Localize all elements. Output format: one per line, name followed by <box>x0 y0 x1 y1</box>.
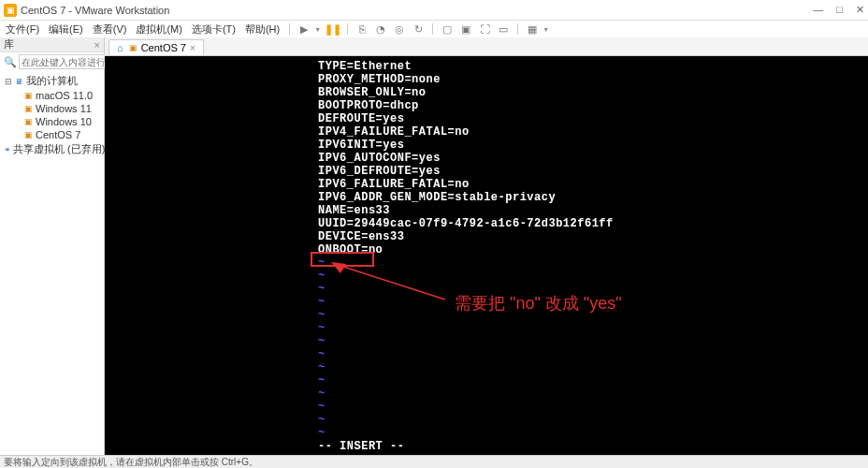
status-text: 要将输入定向到该虚拟机，请在虚拟机内部单击或按 Ctrl+G。 <box>4 456 258 469</box>
tree-label: macOS 11.0 <box>36 90 93 101</box>
separator <box>289 23 290 35</box>
menu-vm[interactable]: 虚拟机(M) <box>134 22 184 37</box>
maximize-button[interactable]: □ <box>836 4 843 16</box>
tree-vm-win11[interactable]: ▣Windows 11 <box>0 102 104 115</box>
tree-label: 我的计算机 <box>26 74 78 88</box>
fullscreen-icon[interactable]: ⛶ <box>478 22 491 36</box>
tab-bar: ⌂ ▣ CentOS 7 × <box>105 37 868 56</box>
annotation-text: 需要把 "no" 改成 "yes" <box>455 292 622 314</box>
sidebar-header: 库 × <box>0 37 104 52</box>
tab-label: CentOS 7 <box>141 42 186 53</box>
dropdown-caret-icon[interactable]: ▼ <box>542 26 549 33</box>
tree-my-computer[interactable]: ⊟🖥我的计算机 <box>0 73 104 89</box>
menu-tabs[interactable]: 选项卡(T) <box>190 22 238 37</box>
home-icon[interactable]: ⌂ <box>117 42 123 53</box>
vm-tab-icon: ▣ <box>129 43 137 52</box>
tree-label: Windows 10 <box>36 116 92 127</box>
multimon-icon[interactable]: ▭ <box>497 22 510 36</box>
window-title: CentOS 7 - VMware Workstation <box>21 5 813 16</box>
menu-view[interactable]: 查看(V) <box>91 22 129 37</box>
tree-label: CentOS 7 <box>36 129 80 140</box>
status-bar: 要将输入定向到该虚拟机，请在虚拟机内部单击或按 Ctrl+G。 <box>0 455 868 468</box>
separator <box>517 23 518 35</box>
separator <box>432 23 433 35</box>
snapshot-icon[interactable]: ◎ <box>393 22 406 36</box>
tree-label: 共享虚拟机 (已弃用) <box>13 142 105 156</box>
menu-toolbar: 文件(F) 编辑(E) 查看(V) 虚拟机(M) 选项卡(T) 帮助(H) ▶▼… <box>0 21 868 37</box>
app-icon: ▣ <box>4 4 17 17</box>
library-sidebar: 库 × 🔍 ▼ ⊟🖥我的计算机 ▣macOS 11.0 ▣Windows 11 … <box>0 37 105 455</box>
dropdown-caret-icon[interactable]: ▼ <box>314 26 321 33</box>
terminal-text: TYPE=EthernetPROXY_METHOD=noneBROWSER_ON… <box>105 60 614 453</box>
send-icon[interactable]: ⎘ <box>355 22 369 36</box>
tree-vm-centos[interactable]: ▣CentOS 7 <box>0 128 104 141</box>
tab-centos[interactable]: ⌂ ▣ CentOS 7 × <box>108 39 204 55</box>
tree-vm-win10[interactable]: ▣Windows 10 <box>0 115 104 128</box>
sidebar-title: 库 <box>4 37 14 51</box>
clock-icon[interactable]: ◔ <box>374 22 387 36</box>
window-titlebar: ▣ CentOS 7 - VMware Workstation — □ ✕ <box>0 0 868 21</box>
tree-shared-vms[interactable]: ⚭共享虚拟机 (已弃用) <box>0 141 104 157</box>
menu-edit[interactable]: 编辑(E) <box>47 22 85 37</box>
settings-icon[interactable]: ↻ <box>412 22 425 36</box>
vm-tree: ⊟🖥我的计算机 ▣macOS 11.0 ▣Windows 11 ▣Windows… <box>0 71 104 159</box>
search-icon: 🔍 <box>4 56 17 68</box>
pause-icon[interactable]: ❚❚ <box>326 22 340 36</box>
tree-vm-macos[interactable]: ▣macOS 11.0 <box>0 89 104 102</box>
tree-label: Windows 11 <box>36 103 92 114</box>
content-area: ⌂ ▣ CentOS 7 × TYPE=EthernetPROXY_METHOD… <box>105 37 868 455</box>
unity-icon[interactable]: ▣ <box>459 22 472 36</box>
tab-close-icon[interactable]: × <box>190 43 195 53</box>
layout-icon[interactable]: ▦ <box>526 22 539 36</box>
minimize-button[interactable]: — <box>813 4 823 16</box>
separator <box>347 23 348 35</box>
close-window-button[interactable]: ✕ <box>856 4 864 16</box>
menu-help[interactable]: 帮助(H) <box>243 22 282 37</box>
sidebar-search: 🔍 ▼ <box>0 52 104 71</box>
menu-file[interactable]: 文件(F) <box>4 22 41 37</box>
power-dropdown-icon[interactable]: ▶ <box>297 22 311 36</box>
window-controls: — □ ✕ <box>813 4 864 16</box>
vm-console[interactable]: TYPE=EthernetPROXY_METHOD=noneBROWSER_ON… <box>105 56 868 455</box>
sidebar-close-icon[interactable]: × <box>94 39 100 51</box>
fit-icon[interactable]: ▢ <box>441 22 454 36</box>
